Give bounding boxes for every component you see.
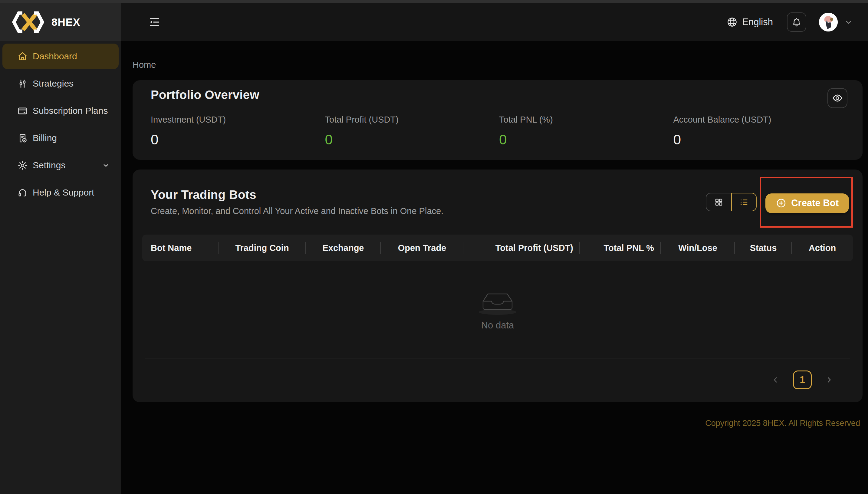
column-header-total-pnl: Total PNL % — [580, 234, 661, 261]
stat-label: Investment (USDT) — [151, 115, 325, 125]
column-header-status: Status — [735, 234, 792, 261]
stat-label: Total PNL (%) — [499, 115, 673, 125]
gear-icon — [18, 160, 27, 170]
stat-value: 0 — [151, 131, 325, 148]
list-icon — [739, 198, 749, 207]
stat-account-balance: Account Balance (USDT) 0 — [673, 115, 848, 148]
sidebar-item-strategies[interactable]: Strategies — [2, 71, 119, 96]
credit-card-icon — [18, 106, 27, 116]
invoice-check-icon — [18, 133, 27, 143]
previous-page-button[interactable] — [771, 375, 780, 384]
column-header-total-profit: Total Profit (USDT) — [463, 234, 580, 261]
sidebar-item-label: Billing — [33, 133, 57, 143]
stat-total-pnl: Total PNL (%) 0 — [499, 115, 673, 148]
sidebar-nav: Dashboard Strategies — [0, 41, 121, 494]
app-window: 8HEX English — [0, 0, 868, 494]
eye-icon — [832, 93, 843, 103]
language-label: English — [742, 17, 773, 27]
create-bot-button[interactable]: Create Bot — [766, 193, 849, 213]
sidebar-item-label: Subscription Plans — [33, 106, 108, 116]
home-icon — [18, 52, 27, 61]
notifications-button[interactable] — [787, 13, 806, 32]
stat-value: 0 — [325, 131, 499, 148]
brand-logo-icon — [12, 11, 45, 33]
portfolio-title: Portfolio Overview — [151, 88, 259, 102]
sidebar-item-label: Strategies — [33, 78, 74, 89]
sidebar-item-label: Settings — [33, 160, 65, 170]
bots-table-header: Bot Name Trading Coin Exchange Open Trad… — [142, 234, 853, 261]
empty-inbox-icon — [478, 288, 518, 316]
toggle-balance-visibility-button[interactable] — [827, 88, 847, 108]
view-toggle — [706, 193, 757, 211]
next-page-button[interactable] — [825, 375, 833, 384]
globe-icon — [727, 17, 737, 27]
page-number-button[interactable]: 1 — [793, 370, 812, 389]
headset-icon — [18, 188, 27, 198]
language-selector[interactable]: English — [727, 17, 773, 27]
sidebar-item-subscription-plans[interactable]: Subscription Plans — [2, 98, 119, 124]
stat-investment: Investment (USDT) 0 — [151, 115, 325, 148]
column-header-action: Action — [792, 234, 853, 261]
portfolio-overview-card: Portfolio Overview Investment (USDT) — [133, 80, 863, 160]
column-header-exchange: Exchange — [306, 234, 381, 261]
profile-menu-caret[interactable] — [844, 17, 853, 27]
sidebar-item-billing[interactable]: Billing — [2, 125, 119, 151]
create-bot-label: Create Bot — [791, 198, 838, 209]
annotation-highlight-rectangle: Create Bot — [760, 177, 853, 228]
pagination: 1 — [142, 358, 853, 401]
window-top-strip — [0, 0, 868, 3]
stat-value: 0 — [499, 131, 673, 148]
column-header-trading-coin: Trading Coin — [218, 234, 306, 261]
column-header-open-trade: Open Trade — [381, 234, 463, 261]
grid-view-button[interactable] — [706, 193, 731, 211]
trading-bots-card: Your Trading Bots Create, Monitor, and C… — [133, 170, 863, 402]
sidebar-item-label: Help & Support — [33, 187, 94, 198]
stat-value: 0 — [673, 131, 848, 148]
empty-state: No data — [142, 261, 853, 358]
stat-label: Account Balance (USDT) — [673, 115, 848, 125]
top-header: English — [121, 3, 868, 41]
sidebar-item-dashboard[interactable]: Dashboard — [2, 43, 119, 69]
user-avatar[interactable] — [819, 13, 838, 32]
grid-icon — [714, 198, 723, 207]
copyright-text: Copyright 2025 8HEX. All Rights Reserved — [133, 419, 863, 428]
sidebar-item-label: Dashboard — [33, 51, 77, 61]
brand-logo-area: 8HEX — [0, 3, 121, 41]
bots-subtitle: Create, Monitor, and Control All Your Ac… — [151, 206, 443, 216]
breadcrumb[interactable]: Home — [133, 60, 863, 70]
column-header-bot-name: Bot Name — [142, 234, 218, 261]
sliders-icon — [18, 79, 27, 89]
sidebar-collapse-button[interactable] — [148, 16, 160, 28]
chevron-down-icon — [102, 161, 110, 170]
list-view-button[interactable] — [731, 193, 757, 211]
stat-total-profit: Total Profit (USDT) 0 — [325, 115, 499, 148]
sidebar-item-settings[interactable]: Settings — [2, 153, 119, 178]
plus-circle-icon — [776, 198, 787, 209]
bell-icon — [791, 17, 802, 27]
sidebar-item-help-support[interactable]: Help & Support — [2, 180, 119, 205]
stat-label: Total Profit (USDT) — [325, 115, 499, 125]
main-content: Home Portfolio Overview — [121, 41, 868, 494]
brand-name: 8HEX — [52, 16, 80, 28]
no-data-text: No data — [481, 320, 514, 331]
column-header-win-lose: Win/Lose — [661, 234, 735, 261]
bots-title: Your Trading Bots — [151, 188, 443, 202]
